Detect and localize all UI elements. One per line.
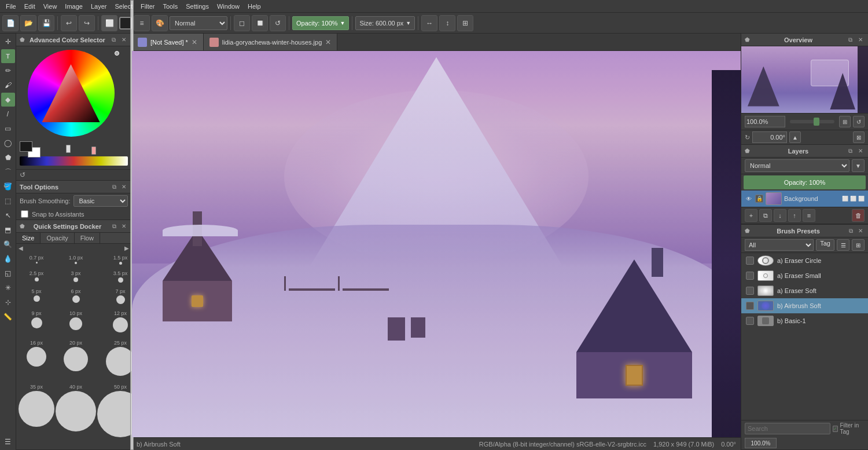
fg-color-swatch[interactable] xyxy=(20,141,32,152)
qs-scroll-right[interactable]: ▶ xyxy=(124,245,129,251)
mirror-y-btn[interactable]: ↕ xyxy=(439,15,455,31)
layers-header[interactable]: ⬟ Layers ⧉ ✕ xyxy=(741,145,868,158)
layers-opacity-display[interactable]: Opacity: 100% xyxy=(744,175,866,189)
brush-size-15[interactable]: 1.5 px xyxy=(97,255,131,269)
preset-eraser-circle-check[interactable] xyxy=(746,257,754,265)
refresh-icon[interactable]: ↺ xyxy=(20,171,25,179)
preset-eraser-soft-check[interactable] xyxy=(746,287,754,295)
pattern-btn[interactable]: ≡ xyxy=(134,15,150,31)
tool-measure[interactable]: 📏 xyxy=(1,310,15,324)
preset-eraser-small[interactable]: a) Eraser Small xyxy=(741,268,868,283)
brush-size-25[interactable]: 25 px xyxy=(97,340,131,383)
tool-color-pick[interactable]: 💧 xyxy=(1,252,15,266)
preset-eraser-circle[interactable]: a) Eraser Circle xyxy=(741,253,868,268)
qs-tab-opacity[interactable]: Opacity xyxy=(41,233,74,243)
size-arrow[interactable]: ▼ xyxy=(406,20,411,26)
layers-blend-select[interactable]: Normal xyxy=(745,159,849,172)
tool-freehand[interactable]: ✏ xyxy=(1,64,15,78)
brush-size-3[interactable]: 3 px xyxy=(56,270,96,287)
bp-tag-btn[interactable]: Tag xyxy=(816,239,834,251)
opacity-arrow[interactable]: ▼ xyxy=(340,20,345,26)
tool-move[interactable]: ↖ xyxy=(1,208,15,222)
color-selector-close[interactable]: ✕ xyxy=(120,36,128,44)
canvas-mirror-btn[interactable]: ⊠ xyxy=(853,131,865,143)
brush-size-35[interactable]: 3.5 px xyxy=(97,270,131,287)
brush-size-50[interactable]: 50 px xyxy=(97,384,131,447)
zoom-slider[interactable] xyxy=(790,120,834,123)
add-layer-btn[interactable]: + xyxy=(745,209,757,222)
menu-image[interactable]: Image xyxy=(61,2,86,11)
bp-list-view-btn[interactable]: ☰ xyxy=(837,239,849,251)
tool-fill[interactable]: 🪣 xyxy=(1,180,15,193)
color-wheel-handle[interactable] xyxy=(115,51,119,56)
menu-window[interactable]: Window xyxy=(214,2,243,11)
overview-close[interactable]: ✕ xyxy=(856,36,865,44)
bp-grid-view-btn[interactable]: ⊞ xyxy=(852,239,865,251)
tool-line[interactable]: / xyxy=(1,107,15,121)
layers-filter-btn[interactable]: ▼ xyxy=(852,159,865,172)
tool-assistants[interactable]: ⊹ xyxy=(1,295,15,309)
fg-bg-swatches[interactable] xyxy=(20,141,41,158)
brush-size-6[interactable]: 6 px xyxy=(56,288,96,309)
brush-smoothing-select[interactable]: Basic xyxy=(73,195,128,207)
preset-airbrush-check[interactable] xyxy=(746,302,754,310)
qs-tab-flow[interactable]: Flow xyxy=(75,233,100,243)
menu-filter[interactable]: Filter xyxy=(137,2,158,11)
tool-layer[interactable]: ☰ xyxy=(1,435,15,449)
overview-float[interactable]: ⧉ xyxy=(847,36,855,44)
wrap-btn[interactable]: ⊞ xyxy=(457,15,473,31)
filter-in-tag-check[interactable]: ✓ Filter in Tag xyxy=(833,422,865,435)
brush-presets-zoom-input[interactable] xyxy=(745,438,777,448)
tab-not-saved-close[interactable]: ✕ xyxy=(192,38,197,46)
canvas-area[interactable] xyxy=(132,51,741,437)
tool-ellipse[interactable]: ◯ xyxy=(1,136,15,150)
quick-settings-close[interactable]: ✕ xyxy=(120,222,128,231)
color-selector-header[interactable]: ⬟ Advanced Color Selector ⧉ ✕ xyxy=(16,34,131,46)
preset-basic-1[interactable]: b) Basic-1 xyxy=(741,313,868,328)
save-button[interactable]: 💾 xyxy=(38,15,54,31)
preset-basic-1-check[interactable] xyxy=(746,317,754,325)
tool-crop[interactable]: ⬒ xyxy=(1,223,15,237)
tool-options-header[interactable]: Tool Options ⧉ ✕ xyxy=(16,181,131,193)
menu-settings[interactable]: Settings xyxy=(182,2,212,11)
delete-layer-btn[interactable]: 🗑 xyxy=(852,209,865,222)
zoom-value-input[interactable] xyxy=(745,116,785,127)
tab-reference-close[interactable]: ✕ xyxy=(325,38,331,46)
layers-close[interactable]: ✕ xyxy=(856,147,865,155)
tool-rect[interactable]: ▭ xyxy=(1,122,15,136)
brush-size-10[interactable]: 1.0 px xyxy=(56,255,96,269)
redo-button[interactable]: ↪ xyxy=(79,15,95,31)
snap-assistants-checkbox[interactable] xyxy=(21,210,28,218)
move-layer-down-btn[interactable]: ↓ xyxy=(774,209,786,222)
brush-size-16[interactable]: 16 px xyxy=(19,340,54,383)
rotation-input[interactable] xyxy=(752,131,787,143)
quick-settings-header[interactable]: ⬟ Quick Settings Docker ⧉ ✕ xyxy=(16,220,131,233)
tool-polygon[interactable]: ⬟ xyxy=(1,151,15,164)
brush-size-20[interactable]: 20 px xyxy=(56,340,96,383)
brush-size-07[interactable]: 0.7 px xyxy=(19,255,54,269)
tab-not-saved[interactable]: [Not Saved] * ✕ xyxy=(132,34,204,50)
size-control[interactable]: Size: 600.00 px ▼ xyxy=(355,16,415,30)
erase-btn[interactable]: ◻ xyxy=(234,15,250,31)
rainbow-slider[interactable] xyxy=(20,156,128,166)
tool-zoom[interactable]: 🔍 xyxy=(1,237,15,251)
brush-presets-header[interactable]: ⬟ Brush Presets ⧉ ✕ xyxy=(741,225,868,237)
layer-lock-icon[interactable]: 🔒 xyxy=(755,195,763,203)
quick-settings-float[interactable]: ⧉ xyxy=(110,222,118,231)
move-layer-up-btn[interactable]: ↑ xyxy=(788,209,801,222)
tool-transform[interactable]: ✛ xyxy=(1,35,15,49)
undo-button[interactable]: ↩ xyxy=(61,15,77,31)
menu-file[interactable]: File xyxy=(2,2,20,11)
layer-visibility-icon[interactable]: 👁 xyxy=(745,195,753,203)
gradient-btn[interactable]: 🎨 xyxy=(152,15,168,31)
layer-action-3[interactable]: ⬜ xyxy=(858,196,865,202)
tool-options-close[interactable]: ✕ xyxy=(120,183,128,191)
duplicate-layer-btn[interactable]: ⧉ xyxy=(759,209,772,222)
preset-airbrush-soft[interactable]: b) Airbrush Soft xyxy=(741,298,868,313)
brush-preset-btn[interactable]: ⬜ xyxy=(101,15,117,31)
refill-btn[interactable]: ↺ xyxy=(270,15,286,31)
value-slider-thumb[interactable] xyxy=(91,147,96,155)
layers-float[interactable]: ⧉ xyxy=(847,147,855,155)
brush-size-5[interactable]: 5 px xyxy=(19,288,54,309)
opacity-control[interactable]: Opacity: 100% ▼ xyxy=(292,16,349,30)
